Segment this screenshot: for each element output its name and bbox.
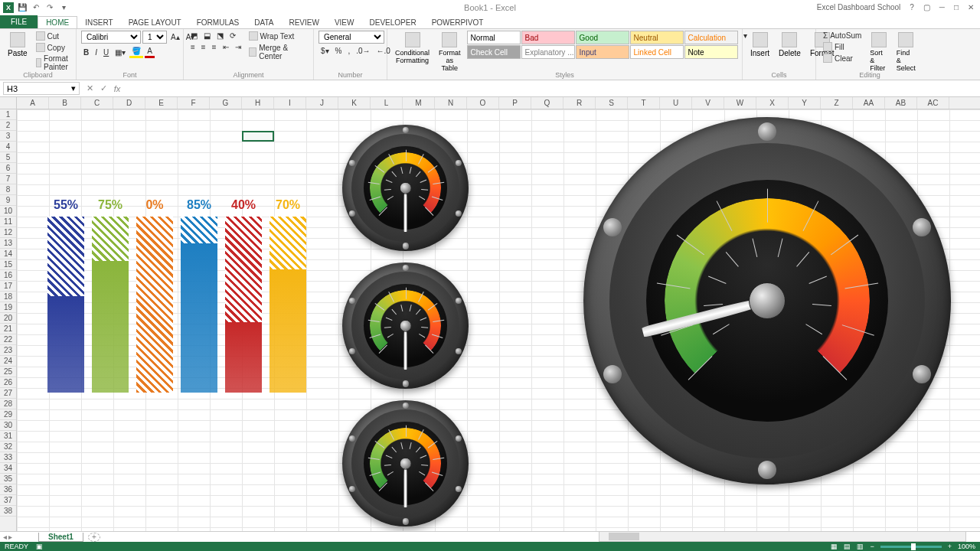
- align-left-icon[interactable]: ≡: [188, 42, 198, 52]
- fx-icon[interactable]: fx: [110, 84, 124, 93]
- row-header-23[interactable]: 23: [0, 345, 16, 356]
- row-header-27[interactable]: 27: [0, 388, 16, 399]
- select-all-corner[interactable]: [0, 97, 17, 109]
- col-header-P[interactable]: P: [499, 97, 531, 109]
- col-header-AB[interactable]: AB: [885, 97, 917, 109]
- column-headers[interactable]: ABCDEFGHIJKLMNOPQRSTUVWXYZAAABAC: [17, 97, 980, 109]
- col-header-AA[interactable]: AA: [853, 97, 885, 109]
- row-header-19[interactable]: 19: [0, 302, 16, 313]
- row-header-32[interactable]: 32: [0, 442, 16, 452]
- qat-undo-icon[interactable]: ↶: [31, 2, 41, 13]
- increase-indent-icon[interactable]: ⇥: [233, 42, 243, 52]
- tab-review[interactable]: REVIEW: [281, 17, 326, 28]
- qat-save-icon[interactable]: 💾: [17, 2, 28, 13]
- align-middle-icon[interactable]: ⬓: [201, 31, 213, 41]
- col-header-I[interactable]: I: [274, 97, 306, 109]
- col-header-AC[interactable]: AC: [917, 97, 949, 109]
- bold-button[interactable]: B: [81, 47, 91, 57]
- sheet-nav-prev-icon[interactable]: ◂: [3, 533, 7, 541]
- col-header-C[interactable]: C: [81, 97, 113, 109]
- col-header-U[interactable]: U: [660, 97, 692, 109]
- delete-cells-button[interactable]: Delete: [776, 31, 804, 59]
- style-calculation[interactable]: Calculation: [684, 31, 738, 44]
- col-header-V[interactable]: V: [692, 97, 724, 109]
- tab-powerpivot[interactable]: POWERPIVOT: [424, 17, 492, 28]
- row-header-1[interactable]: 1: [0, 109, 16, 120]
- number-format-select[interactable]: General: [318, 31, 384, 44]
- row-header-35[interactable]: 35: [0, 474, 16, 484]
- row-header-9[interactable]: 9: [0, 195, 16, 206]
- row-header-2[interactable]: 2: [0, 120, 16, 131]
- col-header-A[interactable]: A: [17, 97, 49, 109]
- row-header-31[interactable]: 31: [0, 431, 16, 442]
- italic-button[interactable]: I: [93, 47, 100, 57]
- wrap-text-button[interactable]: Wrap Text: [247, 31, 309, 41]
- col-header-D[interactable]: D: [113, 97, 145, 109]
- row-header-11[interactable]: 11: [0, 217, 16, 227]
- zoom-out-icon[interactable]: −: [870, 543, 874, 550]
- style-neutral[interactable]: Neutral: [630, 31, 684, 44]
- decrease-indent-icon[interactable]: ⇤: [220, 42, 231, 52]
- col-header-T[interactable]: T: [628, 97, 660, 109]
- qat-redo-icon[interactable]: ↷: [44, 2, 55, 13]
- worksheet-grid[interactable]: ABCDEFGHIJKLMNOPQRSTUVWXYZAAABAC 1234567…: [0, 97, 980, 531]
- font-name-select[interactable]: Calibri: [81, 31, 141, 44]
- row-header-33[interactable]: 33: [0, 452, 16, 463]
- comma-format-icon[interactable]: ,: [345, 46, 352, 56]
- font-color-button[interactable]: A: [145, 46, 155, 58]
- close-icon[interactable]: ✕: [968, 3, 974, 11]
- col-header-S[interactable]: S: [596, 97, 628, 109]
- col-header-K[interactable]: K: [338, 97, 371, 109]
- align-right-icon[interactable]: ≡: [210, 42, 219, 52]
- new-sheet-button[interactable]: +: [88, 533, 100, 542]
- percent-format-icon[interactable]: %: [333, 46, 345, 56]
- col-header-N[interactable]: N: [435, 97, 467, 109]
- col-header-Y[interactable]: Y: [789, 97, 821, 109]
- row-headers[interactable]: 1234567891011121314151617181920212223242…: [0, 109, 17, 531]
- align-bottom-icon[interactable]: ⬔: [214, 31, 226, 41]
- row-header-38[interactable]: 38: [0, 506, 16, 517]
- row-header-25[interactable]: 25: [0, 367, 16, 377]
- gauge-small-2[interactable]: [342, 262, 469, 389]
- align-center-icon[interactable]: ≡: [199, 42, 208, 52]
- find-select-button[interactable]: Find & Select: [893, 31, 919, 73]
- col-header-Z[interactable]: Z: [821, 97, 853, 109]
- row-header-7[interactable]: 7: [0, 174, 16, 184]
- style-normal[interactable]: Normal: [467, 31, 521, 44]
- style-explanatory-[interactable]: Explanatory ...: [521, 45, 575, 59]
- orientation-icon[interactable]: ⟳: [227, 31, 238, 41]
- gauge-small-3[interactable]: [342, 400, 469, 527]
- col-header-L[interactable]: L: [371, 97, 403, 109]
- paste-button[interactable]: Paste: [5, 31, 31, 59]
- sort-filter-button[interactable]: Sort & Filter: [867, 31, 890, 73]
- row-header-5[interactable]: 5: [0, 152, 16, 163]
- fill-button[interactable]: Fill: [821, 41, 864, 52]
- style-bad[interactable]: Bad: [521, 31, 575, 44]
- row-header-36[interactable]: 36: [0, 484, 16, 495]
- sheet-nav-next-icon[interactable]: ▸: [8, 533, 12, 541]
- row-header-6[interactable]: 6: [0, 163, 16, 174]
- chevron-down-icon[interactable]: ▾: [71, 83, 76, 93]
- row-header-8[interactable]: 8: [0, 184, 16, 195]
- row-header-17[interactable]: 17: [0, 281, 16, 292]
- tab-developer[interactable]: DEVELOPER: [361, 17, 423, 28]
- gauge-small-1[interactable]: [342, 125, 469, 251]
- style-check-cell[interactable]: Check Cell: [467, 45, 521, 59]
- col-header-X[interactable]: X: [756, 97, 789, 109]
- underline-button[interactable]: U: [101, 47, 111, 57]
- row-header-26[interactable]: 26: [0, 377, 16, 388]
- tab-data[interactable]: DATA: [247, 17, 281, 28]
- copy-button[interactable]: Copy: [34, 42, 74, 53]
- tab-page-layout[interactable]: PAGE LAYOUT: [121, 17, 189, 28]
- row-header-37[interactable]: 37: [0, 495, 16, 506]
- col-header-M[interactable]: M: [403, 97, 435, 109]
- row-header-29[interactable]: 29: [0, 409, 16, 420]
- gauge-large[interactable]: [583, 117, 951, 484]
- align-top-icon[interactable]: ⬒: [188, 31, 200, 41]
- formula-input[interactable]: [124, 83, 980, 95]
- row-header-3[interactable]: 3: [0, 131, 16, 142]
- maximize-icon[interactable]: □: [954, 3, 959, 11]
- sheet-tab-active[interactable]: Sheet1: [38, 533, 83, 542]
- zoom-slider[interactable]: [880, 546, 942, 548]
- horizontal-scrollbar[interactable]: [599, 531, 966, 542]
